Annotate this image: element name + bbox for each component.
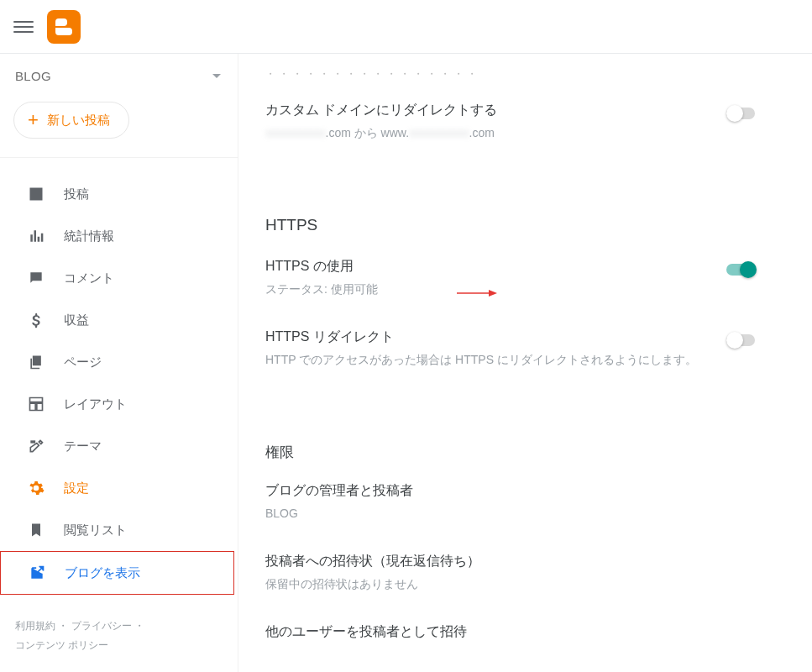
sidebar: BLOG + 新しい投稿 投稿 統計情報 [0, 54, 238, 672]
setting-subtitle: 保留中の招待状はありません [265, 575, 740, 593]
earnings-icon [27, 311, 45, 329]
section-header-permissions: 権限 [265, 443, 757, 462]
setting-title: HTTPS の使用 [265, 258, 710, 276]
open-external-icon [28, 564, 46, 582]
sidebar-item-settings[interactable]: 設定 [0, 467, 238, 509]
section-header-https: HTTPS [265, 216, 757, 234]
footer-links: 利用規約 ・ プライバシー ・ コンテンツ ポリシー [0, 608, 238, 672]
bookmark-icon [27, 521, 45, 539]
new-post-button[interactable]: + 新しい投稿 [13, 102, 129, 139]
pages-icon [27, 353, 45, 371]
https-redirect-row[interactable]: HTTPS リダイレクト HTTP でのアクセスがあった場合は HTTPS にリ… [265, 313, 757, 384]
sidebar-item-earnings[interactable]: 収益 [0, 299, 238, 341]
permissions-invite-more-row[interactable]: 他のユーザーを投稿者として招待 [265, 608, 757, 646]
custom-domain-redirect-row[interactable]: カスタム ドメインにリダイレクトする xxxxxxxxxxx.com から ww… [265, 87, 757, 157]
view-blog-highlight: ブログを表示 [0, 551, 234, 595]
content-policy-link[interactable]: コンテンツ ポリシー [15, 639, 108, 651]
new-post-label: 新しい投稿 [47, 113, 110, 129]
sidebar-item-label: ページ [64, 354, 102, 370]
layout-icon [27, 395, 45, 413]
plus-icon: + [28, 111, 39, 129]
setting-title: 他のユーザーを投稿者として招待 [265, 623, 740, 641]
theme-icon [27, 437, 45, 455]
sidebar-item-label: コメント [64, 270, 114, 286]
setting-title: HTTPS リダイレクト [265, 328, 710, 346]
sidebar-item-pages[interactable]: ページ [0, 341, 238, 383]
posts-icon [27, 185, 45, 203]
sidebar-item-label: ブログを表示 [65, 565, 140, 581]
custom-domain-redirect-toggle[interactable] [726, 105, 757, 122]
setting-title: ブログの管理者と投稿者 [265, 482, 740, 500]
permissions-admins-row[interactable]: ブログの管理者と投稿者 BLOG [265, 467, 757, 538]
blogger-logo[interactable] [47, 10, 81, 44]
https-use-toggle[interactable] [726, 261, 757, 278]
sidebar-item-label: 収益 [64, 312, 89, 328]
terms-link[interactable]: 利用規約 [15, 620, 55, 632]
comment-icon [27, 269, 45, 287]
sidebar-item-theme[interactable]: テーマ [0, 425, 238, 467]
https-use-row[interactable]: HTTPS の使用 ステータス: 使用可能 [265, 243, 757, 313]
partial-row-top: ・・・・・・・・・・・・・・・・ [265, 54, 757, 81]
sidebar-item-comments[interactable]: コメント [0, 257, 238, 299]
setting-subtitle: ステータス: 使用可能 [265, 281, 710, 298]
setting-subtitle: HTTP でのアクセスがあった場合は HTTPS にリダイレクトされるようにしま… [265, 351, 710, 369]
setting-subtitle: BLOG [265, 505, 740, 522]
sidebar-item-label: レイアウト [64, 396, 127, 412]
https-redirect-toggle[interactable] [726, 332, 757, 349]
sidebar-item-reading-list[interactable]: 閲覧リスト [0, 509, 238, 551]
blog-selector[interactable]: BLOG [0, 54, 238, 95]
stats-icon [27, 227, 45, 245]
permissions-invites-row[interactable]: 投稿者への招待状（現在返信待ち） 保留中の招待状はありません [265, 538, 757, 608]
menu-icon[interactable] [13, 17, 34, 37]
sidebar-nav: 投稿 統計情報 コメント 収益 [0, 158, 238, 608]
sidebar-item-stats[interactable]: 統計情報 [0, 215, 238, 257]
new-post-container: + 新しい投稿 [0, 95, 238, 158]
gear-icon [27, 479, 45, 497]
setting-subtitle: xxxxxxxxxxx.com から www.xxxxxxxxxxx.com [265, 124, 710, 142]
sidebar-item-layout[interactable]: レイアウト [0, 383, 238, 425]
setting-title: 投稿者への招待状（現在返信待ち） [265, 553, 740, 570]
sidebar-item-label: 設定 [64, 480, 89, 496]
sidebar-item-posts[interactable]: 投稿 [0, 173, 238, 215]
settings-main: ・・・・・・・・・・・・・・・・ カスタム ドメインにリダイレクトする xxxx… [238, 54, 812, 672]
sidebar-item-view-blog[interactable]: ブログを表示 [1, 552, 233, 594]
top-bar [0, 0, 812, 54]
sidebar-item-label: 投稿 [64, 186, 89, 202]
sidebar-item-label: 閲覧リスト [64, 522, 127, 538]
setting-title: カスタム ドメインにリダイレクトする [265, 102, 710, 119]
sidebar-item-label: 統計情報 [64, 228, 114, 244]
sidebar-item-label: テーマ [64, 438, 102, 454]
blog-selector-label: BLOG [15, 69, 51, 83]
privacy-link[interactable]: プライバシー [71, 620, 132, 632]
chevron-down-icon [212, 74, 221, 78]
